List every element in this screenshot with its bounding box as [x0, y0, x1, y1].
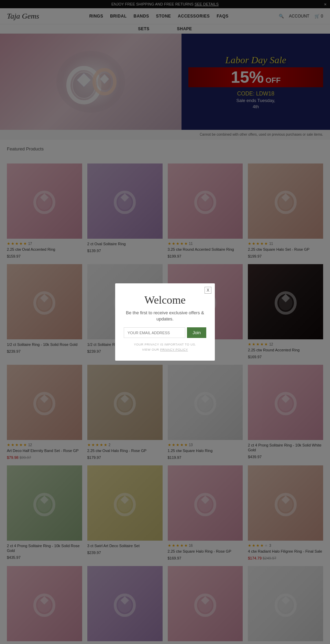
modal-overlay[interactable]: X Welcome Be the first to receive exclus… [0, 0, 330, 644]
email-input[interactable] [124, 327, 185, 338]
welcome-modal: X Welcome Be the first to receive exclus… [115, 283, 215, 361]
modal-close-button[interactable]: X [205, 287, 211, 294]
join-button[interactable]: Join [187, 327, 206, 338]
modal-form: Join [124, 327, 206, 338]
privacy-notice: YOUR PRIVACY IS IMPORTANT TO US. VIEW OU… [124, 342, 206, 352]
modal-subtitle: Be the first to receive exclusive offers… [124, 310, 206, 322]
privacy-policy-link[interactable]: PRIVACY POLICY [160, 348, 188, 351]
modal-title: Welcome [124, 294, 206, 306]
